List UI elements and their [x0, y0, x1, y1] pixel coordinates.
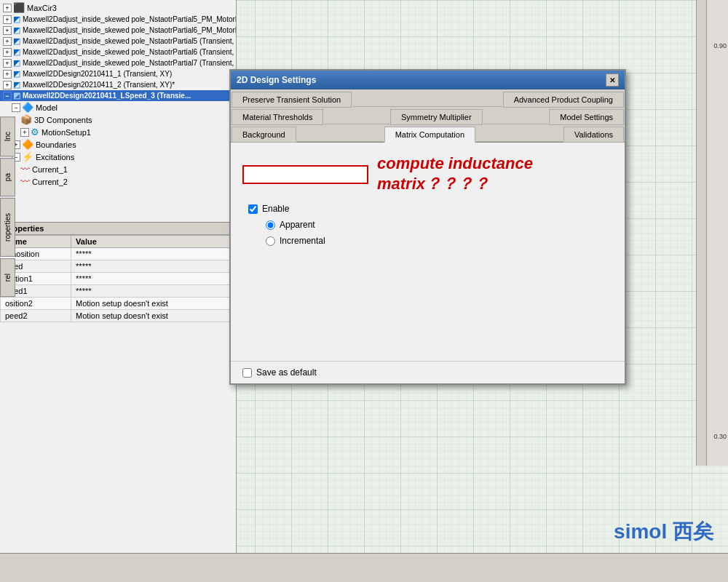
tab-preserve[interactable]: Preserve Transient Solution	[232, 92, 352, 108]
radio-group: Apparent Incremental	[242, 220, 613, 246]
tab-model-settings[interactable]: Model Settings	[549, 109, 624, 125]
dialog-backdrop: 2D Design Settings ✕ Preserve Transient …	[0, 0, 728, 582]
tab-advanced[interactable]: Advanced Product Coupling	[503, 92, 624, 108]
dialog-tab-bar: Preserve Transient Solution Advanced Pro…	[231, 89, 625, 143]
apparent-radio[interactable]	[266, 220, 275, 230]
tab-material[interactable]: Material Thresholds	[232, 109, 323, 125]
dialog-footer: Save as default	[231, 361, 625, 383]
dialog-title: 2D Design Settings	[237, 75, 316, 85]
enable-row: Enable	[242, 204, 613, 214]
tab-symmetry[interactable]: Symmetry Multiplier	[390, 109, 483, 125]
dialog-2d-settings: 2D Design Settings ✕ Preserve Transient …	[229, 69, 626, 385]
matrix-input-field[interactable]	[242, 165, 368, 184]
tab-background[interactable]: Background	[232, 127, 296, 143]
incremental-row: Incremental	[260, 236, 613, 246]
enable-checkbox[interactable]	[248, 204, 258, 214]
save-default-checkbox[interactable]	[242, 368, 252, 378]
annotation-text: compute inductance matrix？？？？	[377, 154, 613, 195]
tab-validations[interactable]: Validations	[563, 127, 624, 143]
dialog-title-bar: 2D Design Settings ✕	[231, 71, 625, 89]
dialog-content: compute inductance matrix？？？？ Enable App…	[231, 143, 625, 361]
tab-row-2: Material Thresholds Symmetry Multiplier …	[231, 107, 625, 124]
incremental-label: Incremental	[280, 236, 325, 246]
dialog-close-button[interactable]: ✕	[606, 73, 619, 87]
tab-matrix[interactable]: Matrix Computation	[384, 127, 475, 143]
tab-row-3: Background Matrix Computation Validation…	[231, 124, 625, 142]
input-annotation-row: compute inductance matrix？？？？	[242, 154, 613, 195]
enable-label: Enable	[262, 204, 289, 214]
incremental-radio[interactable]	[266, 236, 275, 246]
save-default-label: Save as default	[256, 367, 317, 378]
apparent-label: Apparent	[280, 220, 315, 230]
apparent-row: Apparent	[260, 220, 613, 230]
tab-row-1: Preserve Transient Solution Advanced Pro…	[231, 89, 625, 107]
